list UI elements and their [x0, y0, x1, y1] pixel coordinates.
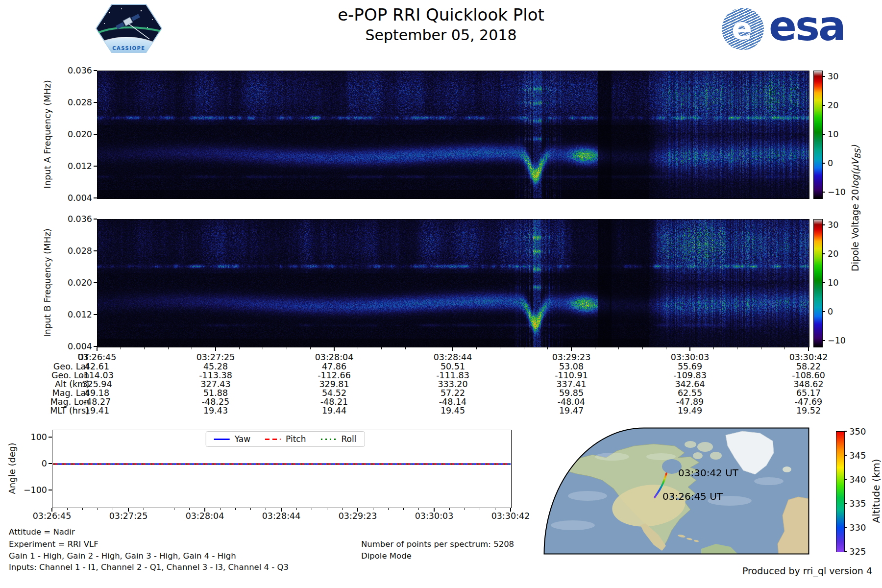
time-minor-tick: [239, 347, 240, 349]
ephemeris-cell: 19.49: [678, 406, 702, 416]
angle-xtick-minor: [449, 508, 450, 510]
dipole-colorbar-a: [813, 71, 823, 199]
angle-xtick-label: 03:29:23: [339, 511, 377, 521]
angle-xtick-minor: [144, 508, 144, 510]
ephemeris-cell: -47.69: [795, 397, 822, 407]
dipole-cbar-tick-mark: [822, 340, 825, 341]
ephemeris-cell: 49.18: [85, 388, 109, 398]
time-minor-tick: [192, 347, 192, 349]
time-minor-tick: [618, 347, 619, 349]
ephemeris-cell: 03:28:44: [434, 352, 472, 362]
altitude-colorbar: [836, 431, 845, 552]
dipole-cbar-tick-label: −10: [828, 187, 846, 197]
angle-xtick-minor: [327, 508, 327, 510]
time-major-tick: [215, 347, 216, 351]
dipole-cbar-tick-label: 20: [828, 249, 838, 259]
angle-xtick-label: 03:30:42: [491, 511, 530, 521]
spectrogram-b-plot: [97, 219, 809, 347]
time-minor-tick: [642, 347, 643, 349]
dipole-cbar-tick-mark: [822, 253, 825, 254]
time-minor-tick: [121, 347, 121, 349]
angle-xtick-label: 03:30:03: [415, 511, 454, 521]
track-end-time-label: 03:30:42 UT: [678, 467, 738, 479]
ephemeris-cell: 329.81: [319, 379, 349, 389]
esa-globe-letter: e: [732, 11, 761, 47]
ephemeris-cell: 342.64: [675, 379, 705, 389]
angle-xtick-label: 03:26:45: [33, 511, 72, 521]
ephemeris-cell: 65.17: [796, 388, 821, 398]
dipole-cbar-tick-label: 30: [828, 220, 838, 230]
ephemeris-cell: 50.51: [441, 362, 465, 371]
esa-wordmark: esa: [769, 2, 845, 50]
freq-tick-label: 0.028: [68, 246, 92, 256]
ephemeris-cell: 03:26:45: [78, 352, 117, 362]
ephemeris-cell: -109.83: [673, 370, 707, 380]
angle-xtick-minor: [235, 508, 236, 510]
freq-tick-mark: [94, 250, 97, 251]
ephemeris-cell: 19.44: [322, 406, 346, 416]
alt-cbar-tick-label: 350: [849, 426, 866, 437]
time-minor-tick: [524, 347, 524, 349]
freq-tick-label: 0.004: [68, 193, 92, 203]
ephemeris-cell: 327.43: [200, 379, 230, 389]
time-minor-tick: [737, 347, 737, 349]
ephemeris-cell: 03:27:25: [196, 352, 235, 362]
freq-tick-label: 0.012: [68, 310, 92, 319]
freq-tick-label: 0.012: [68, 161, 92, 171]
time-major-tick: [452, 347, 453, 351]
angle-xtick-minor: [495, 508, 495, 510]
time-minor-tick: [713, 347, 714, 349]
angle-ytick-mark: [49, 437, 52, 438]
angle-xtick-minor: [82, 508, 83, 510]
ephemeris-cell: 03:30:03: [671, 352, 710, 362]
dipole-mode-text: Dipole Mode: [361, 551, 412, 561]
ephemeris-cell: 337.41: [556, 379, 586, 389]
legend-label: Yaw: [235, 434, 250, 444]
gains-text: Gain 1 - High, Gain 2 - High, Gain 3 - H…: [9, 551, 236, 561]
freq-tick-label: 0.004: [68, 342, 92, 351]
ephemeris-cell: 19.52: [796, 406, 821, 416]
ephemeris-cell: 58.22: [796, 362, 821, 371]
produced-by-text: Produced by rri_ql version 4: [742, 565, 872, 576]
ephemeris-cell: 19.47: [559, 406, 584, 416]
time-minor-tick: [429, 347, 429, 349]
angle-ytick-mark: [49, 490, 52, 490]
ephemeris-cell: 45.28: [203, 362, 228, 371]
angle-xtick-minor: [113, 508, 113, 510]
altitude-colorbar-label: Altitude (km): [870, 459, 882, 523]
freq-tick-mark: [94, 197, 97, 198]
ephemeris-cell: 325.94: [82, 379, 112, 389]
freq-tick-label: 0.020: [68, 129, 92, 139]
freq-tick-mark: [94, 314, 97, 315]
angle-xtick-mark: [357, 508, 358, 512]
ephemeris-cell: 348.62: [793, 379, 823, 389]
ephemeris-cell: -114.03: [80, 370, 114, 380]
ephemeris-cell: 51.88: [203, 388, 228, 398]
freq-tick-mark: [94, 70, 97, 71]
points-per-spectrum-text: Number of points per spectrum: 5208: [361, 539, 514, 549]
time-minor-tick: [547, 347, 548, 349]
spectrogram-b-canvas: [98, 220, 809, 347]
dipole-cbar-tick-label: 0: [828, 158, 833, 168]
time-major-tick: [97, 347, 98, 351]
ephemeris-cell: 59.85: [559, 388, 584, 398]
angle-plot-ylabel: Angle (deg): [7, 443, 17, 494]
ephemeris-cell: 57.22: [441, 388, 465, 398]
angle-xtick-minor: [312, 508, 312, 510]
ephemeris-cell: -110.91: [555, 370, 588, 380]
ephemeris-cell: 62.55: [678, 388, 702, 398]
spectrogram-b-ylabel: Input B Frequency (MHz): [42, 228, 52, 337]
yaw-line-sample: [214, 439, 230, 440]
time-minor-tick: [761, 347, 761, 349]
ephemeris-cell: -48.27: [83, 397, 111, 407]
ephemeris-cell: 333.20: [438, 379, 467, 389]
freq-tick-mark: [94, 282, 97, 283]
dipole-cbar-tick-mark: [822, 224, 825, 225]
ephemeris-cell: 55.69: [678, 362, 702, 371]
angle-xtick-minor: [159, 508, 159, 510]
dipole-cbar-tick-mark: [822, 192, 825, 193]
angle-xtick-minor: [342, 508, 343, 510]
angle-xtick-minor: [296, 508, 297, 510]
dipole-cbar-tick-mark: [822, 134, 825, 135]
angle-ytick-label: −100: [24, 485, 47, 495]
